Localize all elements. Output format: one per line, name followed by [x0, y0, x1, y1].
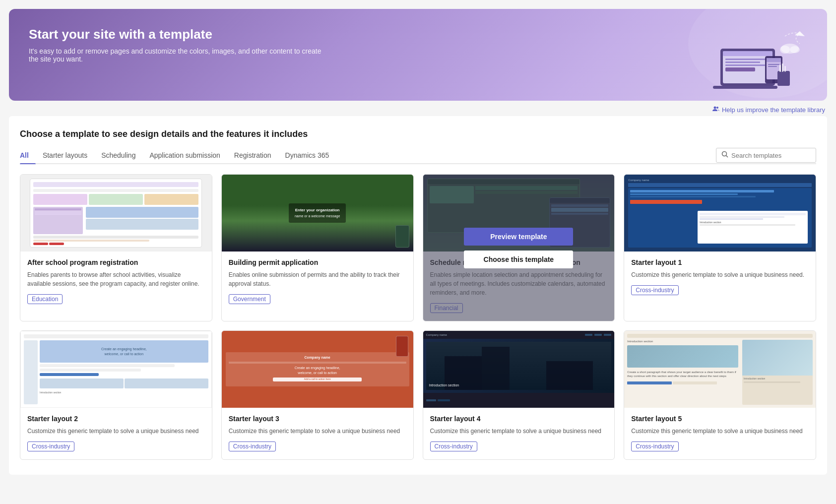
tab-all[interactable]: All — [20, 147, 36, 163]
svg-rect-19 — [782, 63, 783, 72]
page-wrapper: Start your site with a template It's eas… — [0, 9, 836, 504]
section-title: Choose a template to see design details … — [20, 118, 816, 147]
card-name-starter-2: Starter layout 2 — [27, 415, 205, 423]
svg-point-22 — [716, 107, 718, 109]
tab-starter-layouts[interactable]: Starter layouts — [36, 147, 94, 163]
card-desc-starter-4: Customize this generic template to solve… — [430, 427, 608, 436]
svg-rect-10 — [767, 58, 781, 62]
help-row: Help us improve the template library — [0, 101, 836, 116]
main-content: Choose a template to see design details … — [9, 116, 827, 475]
help-link[interactable]: Help us improve the template library — [712, 106, 825, 114]
svg-rect-6 — [725, 67, 755, 71]
svg-rect-11 — [768, 64, 779, 65]
tab-dynamics365[interactable]: Dynamics 365 — [278, 147, 336, 163]
hero-illustration-svg — [693, 21, 807, 101]
card-body-after-school: After school program registration Enable… — [20, 252, 212, 312]
svg-point-23 — [722, 152, 727, 156]
svg-point-21 — [713, 107, 716, 109]
svg-rect-5 — [725, 64, 765, 66]
svg-rect-12 — [768, 66, 777, 67]
svg-rect-20 — [784, 66, 786, 72]
card-tag-starter-1[interactable]: Cross-industry — [631, 285, 678, 295]
svg-rect-18 — [779, 65, 781, 72]
card-name-after-school: After school program registration — [27, 258, 205, 266]
tab-application-submission[interactable]: Application submission — [142, 147, 227, 163]
card-body-starter-2: Starter layout 2 Customize this generic … — [20, 408, 212, 459]
card-thumbnail-starter-3: Company name Create an engaging headline… — [222, 331, 413, 408]
card-desc-starter-2: Customize this generic template to solve… — [27, 427, 205, 436]
hero-illustration — [693, 21, 807, 101]
card-tag-building-permit[interactable]: Government — [229, 294, 270, 304]
template-card-building-permit[interactable]: Enter your organization name or a welcom… — [221, 174, 414, 321]
card-body-starter-4: Starter layout 4 Customize this generic … — [423, 408, 615, 459]
card-desc-starter-5: Customize this generic template to solve… — [631, 427, 809, 436]
template-card-schedule-meetings[interactable]: Preview template Choose this template Sc… — [423, 174, 615, 321]
template-card-after-school[interactable]: After school program registration Enable… — [20, 174, 212, 321]
card-body-building-permit: Building permit application Enables onli… — [222, 252, 413, 312]
svg-point-15 — [780, 46, 790, 54]
svg-rect-2 — [723, 51, 772, 56]
choose-template-button[interactable]: Choose this template — [464, 251, 573, 268]
card-thumbnail-after-school — [20, 175, 212, 252]
template-grid: After school program registration Enable… — [20, 174, 816, 460]
card-name-starter-5: Starter layout 5 — [631, 415, 809, 423]
card-thumbnail-starter-4: Company name — [423, 331, 615, 408]
tab-registration[interactable]: Registration — [227, 147, 278, 163]
card-tag-after-school[interactable]: Education — [27, 294, 63, 304]
card-desc-building-permit: Enables online submission of permits and… — [229, 270, 406, 288]
card-thumbnail-starter-1: Company name — [624, 175, 816, 252]
search-icon — [721, 151, 728, 160]
svg-rect-3 — [725, 59, 770, 60]
svg-marker-13 — [795, 31, 805, 36]
template-card-starter-4[interactable]: Company name — [423, 330, 615, 460]
card-name-starter-1: Starter layout 1 — [631, 258, 809, 266]
search-wrapper — [716, 148, 816, 163]
card-name-starter-4: Starter layout 4 — [430, 415, 608, 423]
svg-line-24 — [726, 156, 728, 158]
card-overlay-schedule: Preview template Choose this template — [423, 175, 615, 321]
template-card-starter-1[interactable]: Company name — [624, 174, 816, 321]
card-thumbnail-starter-5: Introduction section Create a short para… — [624, 331, 816, 408]
help-link-text: Help us improve the template library — [722, 106, 825, 114]
card-desc-starter-1: Customize this generic template to solve… — [631, 270, 809, 279]
card-tag-starter-2[interactable]: Cross-industry — [27, 441, 74, 451]
card-desc-starter-3: Customize this generic template to solve… — [229, 427, 406, 436]
card-tag-starter-4[interactable]: Cross-industry — [430, 441, 477, 451]
card-thumbnail-starter-2: Create an engaging headline,welcome, or … — [20, 331, 212, 408]
card-tag-starter-3[interactable]: Cross-industry — [229, 441, 276, 451]
card-name-building-permit: Building permit application — [229, 258, 406, 266]
hero-subtitle: It's easy to add or remove pages and cus… — [29, 47, 326, 63]
search-input[interactable] — [731, 152, 811, 159]
card-body-starter-5: Starter layout 5 Customize this generic … — [624, 408, 816, 459]
card-tag-starter-5[interactable]: Cross-industry — [631, 441, 678, 451]
card-name-starter-3: Starter layout 3 — [229, 415, 406, 423]
hero-title: Start your site with a template — [29, 27, 807, 42]
tab-scheduling[interactable]: Scheduling — [94, 147, 142, 163]
hero-banner: Start your site with a template It's eas… — [9, 9, 827, 101]
svg-rect-7 — [713, 86, 777, 89]
preview-template-button[interactable]: Preview template — [464, 228, 573, 246]
svg-rect-17 — [777, 71, 790, 86]
template-card-starter-3[interactable]: Company name Create an engaging headline… — [221, 330, 414, 460]
template-card-starter-5[interactable]: Introduction section Create a short para… — [624, 330, 816, 460]
svg-rect-4 — [725, 62, 760, 63]
card-desc-after-school: Enables parents to browse after school a… — [27, 270, 205, 288]
card-thumbnail-building-permit: Enter your organization name or a welcom… — [222, 175, 413, 252]
svg-point-16 — [790, 46, 800, 53]
building-overlay-text: Enter your organization name or a welcom… — [289, 203, 346, 223]
card-body-starter-3: Starter layout 3 Customize this generic … — [222, 408, 413, 459]
tabs-row: All Starter layouts Scheduling Applicati… — [20, 147, 816, 164]
template-card-starter-2[interactable]: Create an engaging headline,welcome, or … — [20, 330, 212, 460]
people-icon — [712, 106, 719, 114]
card-body-starter-1: Starter layout 1 Customize this generic … — [624, 252, 816, 303]
